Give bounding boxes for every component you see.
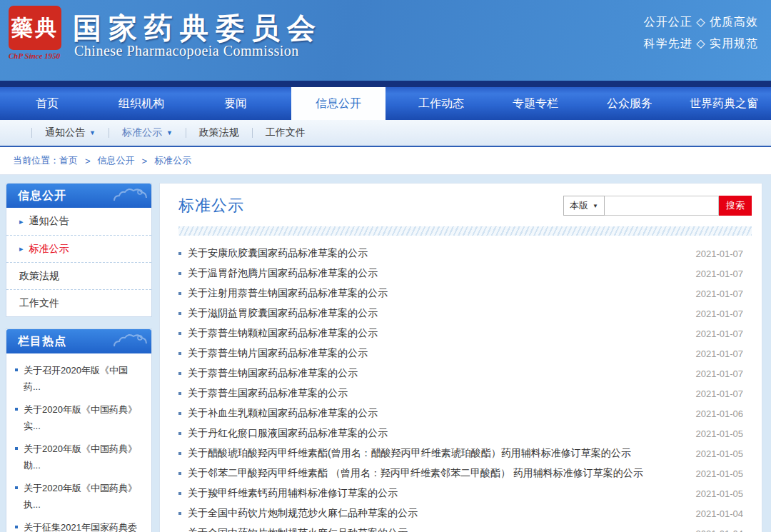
bullet-icon — [15, 408, 18, 411]
announcement-link[interactable]: 关于安康欣胶囊国家药品标准草案的公示 — [188, 247, 368, 260]
announcement-date: 2021-01-05 — [696, 448, 752, 459]
sidebar-item-work-documents[interactable]: 工作文件 — [6, 289, 151, 316]
bullet-icon — [178, 412, 181, 415]
breadcrumb-separator: > — [142, 156, 148, 166]
announcement-date: 2021-01-04 — [696, 528, 752, 532]
subnav-separator — [252, 128, 253, 138]
table-row[interactable]: 关于温胃舒泡腾片国家药品标准草案的公示 2021-01-07 — [178, 264, 752, 283]
site-logo[interactable]: 藥典 — [9, 6, 61, 50]
breadcrumb-link-information-disclosure[interactable]: 信息公开 — [98, 154, 135, 167]
table-row[interactable]: 关于萘普生国家药品标准草案的公示 2021-01-07 — [178, 383, 752, 403]
hot-topic-link: 关于征集2021年国家药典委员... — [24, 519, 144, 532]
nav-item-special-topics[interactable]: 专题专栏 — [488, 87, 583, 120]
search-scope-select[interactable]: 本版 ▼ — [563, 196, 605, 216]
chevron-down-icon: ▼ — [593, 203, 598, 209]
hot-topic-link: 关于2020年版《中国药典》实... — [24, 401, 144, 434]
subnav-item-notices[interactable]: 通知公告 ▼ — [45, 126, 96, 139]
search-input[interactable] — [605, 196, 719, 216]
sidebar-section-information: 信息公开 ▸ 通知公告 ▸ 标准公示 政策法规 工作文件 — [6, 183, 152, 317]
subnav-item-standard-publicity[interactable]: 标准公示 ▼ — [122, 126, 173, 139]
hot-topic-link: 关于召开2020年版《中国药... — [24, 362, 144, 395]
table-row[interactable]: 关于注射用萘普生钠国家药品标准草案的公示 2021-01-07 — [178, 283, 752, 303]
nav-item-home[interactable]: 首页 — [0, 87, 94, 120]
hot-topics-title: 栏目热点 — [6, 329, 151, 353]
nav-item-work-trends[interactable]: 工作动态 — [394, 87, 488, 120]
sidebar-item-notices[interactable]: ▸ 通知公告 — [6, 208, 151, 235]
bullet-icon — [178, 452, 181, 455]
sidebar-item-standard-publicity[interactable]: ▸ 标准公示 — [6, 235, 151, 262]
announcement-link[interactable]: 关于萘普生钠颗粒国家药品标准草案的公示 — [188, 327, 378, 340]
announcement-date: 2021-01-07 — [696, 288, 752, 299]
sub-nav: 通知公告 ▼ 标准公示 ▼ 政策法规 工作文件 — [0, 120, 771, 147]
bullet-icon — [178, 292, 181, 295]
list-item[interactable]: 关于2020年版《中国药典》实... — [15, 401, 144, 434]
subnav-item-policies[interactable]: 政策法规 — [199, 126, 239, 139]
bullet-icon — [15, 486, 18, 489]
slogan-line-2: 科学先进 ◇ 实用规范 — [644, 33, 758, 54]
announcement-link[interactable]: 关于补血生乳颗粒国家药品标准草案的公示 — [188, 407, 378, 420]
table-row[interactable]: 关于滋阴益胃胶囊国家药品标准草案的公示 2021-01-07 — [178, 303, 752, 323]
site-banner: 藥典 ChP Since 1950 国家药典委员会 Chinese Pharma… — [0, 0, 771, 81]
announcement-link[interactable]: 关于注射用萘普生钠国家药品标准草案的公示 — [188, 287, 388, 300]
table-row[interactable]: 关于萘普生钠国家药品标准草案的公示 2021-01-07 — [178, 363, 752, 383]
nav-item-news[interactable]: 要闻 — [188, 87, 283, 120]
table-row[interactable]: 关于丹红化瘀口服液国家药品标准草案的公示 2021-01-05 — [178, 423, 752, 443]
sidebar-section-title: 信息公开 — [6, 184, 151, 208]
announcement-link[interactable]: 关于滋阴益胃胶囊国家药品标准草案的公示 — [188, 307, 378, 320]
sidebar-item-label: 标准公示 — [29, 243, 69, 256]
announcement-link[interactable]: 关于萘普生国家药品标准草案的公示 — [188, 387, 348, 400]
announcement-link[interactable]: 关于温胃舒泡腾片国家药品标准草案的公示 — [188, 267, 378, 280]
table-row[interactable]: 关于安康欣胶囊国家药品标准草案的公示 2021-01-07 — [178, 244, 752, 264]
table-row[interactable]: 关于萘普生钠颗粒国家药品标准草案的公示 2021-01-07 — [178, 323, 752, 343]
subnav-item-label: 政策法规 — [199, 126, 239, 139]
table-row[interactable]: 关于醋酸琥珀酸羟丙甲纤维素酯(曾用名：醋酸羟丙甲纤维素琥珀酸酯）药用辅料标准修订… — [178, 443, 752, 463]
list-item[interactable]: 关于2020年版《中国药典》勘... — [15, 441, 144, 473]
list-item[interactable]: 关于召开2020年版《中国药... — [15, 362, 144, 395]
announcement-link[interactable]: 关于全国中药饮片炮制规范炒火麻仁品种草案的公示 — [188, 507, 418, 520]
table-row[interactable]: 关于补血生乳颗粒国家药品标准草案的公示 2021-01-06 — [178, 403, 752, 423]
announcement-link[interactable]: 关于羧甲纤维素钙药用辅料标准修订草案的公示 — [188, 487, 398, 500]
announcement-link[interactable]: 关于醋酸琥珀酸羟丙甲纤维素酯(曾用名：醋酸羟丙甲纤维素琥珀酸酯）药用辅料标准修订… — [188, 447, 631, 460]
announcement-link[interactable]: 关于全国中药饮片炮制规范火麻仁品种草案的公示 — [188, 527, 408, 532]
breadcrumb-link-standard-publicity[interactable]: 标准公示 — [154, 154, 191, 167]
chevron-down-icon: ▼ — [166, 129, 173, 136]
nav-item-information-disclosure[interactable]: 信息公开 — [291, 87, 386, 120]
announcement-link[interactable]: 关于丹红化瘀口服液国家药品标准草案的公示 — [188, 427, 388, 440]
breadcrumb-separator: > — [85, 156, 91, 166]
cloud-decoration-icon — [111, 186, 148, 205]
table-row[interactable]: 关于萘普生钠片国家药品标准草案的公示 2021-01-07 — [178, 343, 752, 363]
bullet-icon — [178, 472, 181, 475]
nav-item-organization[interactable]: 组织机构 — [94, 87, 188, 120]
nav-item-world-pharmacopoeia[interactable]: 世界药典之窗 — [677, 87, 771, 120]
main-header: 标准公示 本版 ▼ 搜索 — [178, 195, 752, 216]
subnav-item-work-documents[interactable]: 工作文件 — [266, 126, 306, 139]
sidebar-section-hot-topics: 栏目热点 关于召开2020年版《中国药... 关于2020年版《中国药典》实..… — [6, 328, 152, 532]
striped-divider — [178, 226, 752, 236]
logo-seal-text: 藥典 — [11, 14, 59, 43]
sidebar-item-policies[interactable]: 政策法规 — [6, 262, 151, 289]
table-row[interactable]: 关于羧甲纤维素钙药用辅料标准修订草案的公示 2021-01-05 — [178, 483, 752, 503]
announcement-date: 2021-01-07 — [696, 249, 752, 259]
announcement-link[interactable]: 关于萘普生钠国家药品标准草案的公示 — [188, 367, 358, 380]
table-row[interactable]: 关于全国中药饮片炮制规范火麻仁品种草案的公示 2021-01-04 — [178, 523, 752, 532]
announcement-link[interactable]: 关于邻苯二甲酸羟丙甲纤维素酯 （曾用名：羟丙甲纤维素邻苯二甲酸酯） 药用辅料标准… — [188, 467, 643, 480]
bullet-icon — [15, 447, 18, 450]
breadcrumb-label: 当前位置： — [13, 154, 59, 167]
search-bar: 本版 ▼ 搜索 — [563, 196, 752, 216]
bullet-icon — [178, 392, 181, 395]
list-item[interactable]: 关于2020年版《中国药典》执... — [15, 480, 144, 513]
breadcrumb-link-home[interactable]: 首页 — [59, 154, 78, 167]
list-item[interactable]: 关于征集2021年国家药典委员... — [15, 519, 144, 532]
subnav-separator — [31, 128, 32, 138]
nav-item-public-service[interactable]: 公众服务 — [583, 87, 677, 120]
slogans: 公开公正 ◇ 优质高效 科学先进 ◇ 实用规范 — [644, 11, 758, 54]
cloud-decoration-icon — [111, 332, 148, 351]
announcement-link[interactable]: 关于萘普生钠片国家药品标准草案的公示 — [188, 347, 368, 360]
subnav-item-label: 工作文件 — [266, 126, 306, 139]
navy-divider — [0, 81, 771, 87]
table-row[interactable]: 关于邻苯二甲酸羟丙甲纤维素酯 （曾用名：羟丙甲纤维素邻苯二甲酸酯） 药用辅料标准… — [178, 463, 752, 483]
table-row[interactable]: 关于全国中药饮片炮制规范炒火麻仁品种草案的公示 2021-01-04 — [178, 503, 752, 523]
announcement-date: 2021-01-07 — [696, 268, 752, 279]
search-button[interactable]: 搜索 — [719, 196, 752, 216]
announcement-date: 2021-01-07 — [696, 308, 752, 319]
